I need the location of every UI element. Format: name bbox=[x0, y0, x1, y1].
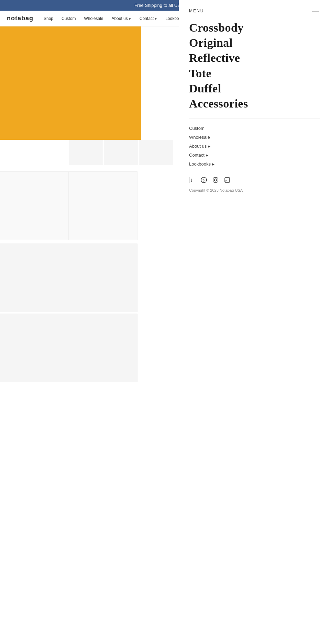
copyright-text: Copyright © 2023 Notabag USA bbox=[189, 188, 320, 192]
thumbnail-3[interactable] bbox=[139, 140, 173, 165]
content-area bbox=[0, 26, 179, 644]
svg-rect-7 bbox=[213, 178, 218, 182]
svg-rect-3 bbox=[189, 177, 195, 183]
main-layout: MENU — Crossbody Original Reflective Tot… bbox=[0, 26, 330, 644]
content-row-2 bbox=[0, 314, 138, 382]
pinterest-icon[interactable]: P bbox=[201, 177, 207, 185]
nav-contact[interactable]: Contact ▶ bbox=[140, 16, 157, 21]
svg-text:P: P bbox=[202, 178, 205, 182]
linkedin-icon[interactable]: in bbox=[224, 177, 230, 185]
grid-cell-2 bbox=[69, 171, 138, 240]
nav-contact-arrow: ▶ bbox=[155, 17, 157, 20]
sidebar-menu: MENU — Crossbody Original Reflective Tot… bbox=[179, 0, 330, 199]
sidebar-secondary-items: Custom Wholesale About us ▶ Contact ▶ Lo… bbox=[189, 118, 320, 169]
main-nav: Shop Custom Wholesale About us ▶ Contact… bbox=[44, 16, 189, 21]
sidebar-item-contact[interactable]: Contact ▶ bbox=[189, 151, 320, 160]
about-arrow: ▶ bbox=[208, 143, 210, 149]
sidebar-item-reflective[interactable]: Reflective bbox=[189, 50, 320, 66]
thumbnail-row bbox=[0, 140, 179, 165]
sidebar-item-tote[interactable]: Tote bbox=[189, 66, 320, 81]
facebook-icon[interactable]: f bbox=[189, 177, 195, 185]
grid-cell-1 bbox=[0, 171, 69, 240]
sidebar-close-button[interactable]: — bbox=[312, 7, 320, 15]
nav-about[interactable]: About us ▶ bbox=[111, 16, 131, 21]
logo[interactable]: Notabag bbox=[7, 15, 33, 22]
lookbooks-arrow: ▶ bbox=[212, 161, 214, 167]
svg-text:in: in bbox=[225, 179, 227, 182]
sidebar-item-duffel[interactable]: Duffel bbox=[189, 81, 320, 96]
contact-arrow: ▶ bbox=[206, 152, 208, 158]
nav-wholesale[interactable]: Wholesale bbox=[84, 16, 103, 21]
sidebar-item-accessories[interactable]: Accessories bbox=[189, 96, 320, 111]
svg-point-8 bbox=[214, 179, 217, 181]
social-icons: f P in bbox=[189, 177, 320, 185]
nav-custom[interactable]: Custom bbox=[62, 16, 76, 21]
content-row-1 bbox=[0, 244, 138, 312]
sidebar-item-about[interactable]: About us ▶ bbox=[189, 142, 320, 151]
instagram-icon[interactable] bbox=[212, 177, 219, 185]
sidebar-menu-header: MENU — bbox=[189, 7, 320, 15]
hero-image bbox=[0, 26, 141, 140]
sidebar-item-original[interactable]: Original bbox=[189, 35, 320, 50]
sidebar-item-wholesale[interactable]: Wholesale bbox=[189, 133, 320, 142]
svg-text:f: f bbox=[191, 178, 192, 183]
product-grid bbox=[0, 171, 138, 240]
sidebar-item-custom[interactable]: Custom bbox=[189, 124, 320, 133]
nav-shop[interactable]: Shop bbox=[44, 16, 53, 21]
sidebar-item-lookbooks[interactable]: Lookbooks ▶ bbox=[189, 160, 320, 169]
thumbnail-1[interactable] bbox=[69, 140, 103, 165]
svg-point-9 bbox=[217, 178, 217, 179]
sidebar-menu-label-text: MENU bbox=[189, 9, 204, 13]
sidebar-item-crossbody[interactable]: Crossbody bbox=[189, 20, 320, 35]
sidebar-main-items: Crossbody Original Reflective Tote Duffe… bbox=[189, 20, 320, 111]
nav-about-arrow: ▶ bbox=[129, 17, 131, 20]
thumbnail-2[interactable] bbox=[104, 140, 138, 165]
content-rows bbox=[0, 244, 179, 382]
